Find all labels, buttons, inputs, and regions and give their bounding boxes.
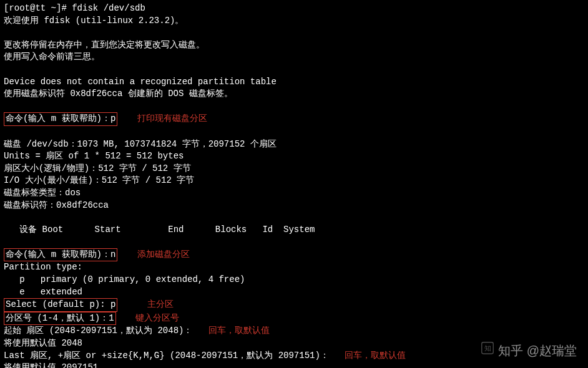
- device-warning: Device does not contain a recognized par…: [4, 76, 584, 89]
- command-n-line: 命令(输入 m 获取帮助)：n 添加磁盘分区: [4, 248, 584, 262]
- svg-text:知: 知: [484, 344, 491, 352]
- dos-label-line: 使用磁盘标识符 0x8df26cca 创建新的 DOS 磁盘标签。: [4, 88, 584, 100]
- partnum-line: 分区号 (1-4，默认 1)：1 键入分区号: [4, 312, 584, 326]
- disk-identifier: 磁盘标识符：0x8df26cca: [4, 200, 584, 212]
- annotation-enter-2: 回车，取默认值: [345, 351, 406, 361]
- sector-size: 扇区大小(逻辑/物理)：512 字节 / 512 字节: [4, 163, 584, 175]
- command-n-box: 命令(输入 m 获取帮助)：n: [4, 248, 117, 262]
- blank-line: [4, 100, 584, 113]
- disk-info: 磁盘 /dev/sdb：1073 MB, 1073741824 字节，20971…: [4, 138, 584, 151]
- zhihu-icon: 知: [481, 341, 494, 359]
- annotation-partnum: 键入分区号: [135, 313, 179, 323]
- command-p-line: 命令(输入 m 获取帮助)：p 打印现有磁盘分区: [4, 112, 584, 126]
- welcome-line: 欢迎使用 fdisk (util-linux 2.23.2)。: [4, 15, 584, 27]
- annotation-add: 添加磁盘分区: [137, 249, 190, 259]
- select-box: Select (default p): p: [4, 298, 117, 312]
- blank-line: [4, 126, 584, 138]
- partnum-box: 分区号 (1-4，默认 1)：1: [4, 312, 116, 326]
- partition-header: 设备 Boot Start End Blocks Id System: [4, 224, 584, 236]
- watermark-text: 知乎 @赵瑞堂: [498, 342, 577, 359]
- annotation-print: 打印现有磁盘分区: [137, 114, 207, 123]
- first-sector-line: 起始 扇区 (2048-2097151，默认为 2048)： 回车，取默认值: [4, 325, 584, 337]
- annotation-enter-1: 回车，取默认值: [208, 326, 270, 336]
- terminal-window[interactable]: [root@tt ~]# fdisk /dev/sdb 欢迎使用 fdisk (…: [0, 0, 588, 368]
- ptype-primary: p primary (0 primary, 0 extended, 4 free…: [4, 274, 584, 286]
- last-sector-text: Last 扇区, +扇区 or +size{K,M,G} (2048-20971…: [4, 351, 329, 361]
- label-type: 磁盘标签类型：dos: [4, 187, 584, 200]
- partition-type: Partition type:: [4, 261, 584, 274]
- ptype-extended: e extended: [4, 286, 584, 299]
- command-p-box: 命令(输入 m 获取帮助)：p: [4, 112, 117, 126]
- annotation-primary: 主分区: [147, 299, 174, 309]
- warning-line-1: 更改将停留在内存中，直到您决定将更改写入磁盘。: [4, 39, 584, 52]
- shell-prompt: [root@tt ~]#: [4, 3, 72, 13]
- units-line: Units = 扇区 of 1 * 512 = 512 bytes: [4, 150, 584, 163]
- first-sector-text: 起始 扇区 (2048-2097151，默认为 2048)：: [4, 326, 192, 336]
- io-size: I/O 大小(最小/最佳)：512 字节 / 512 字节: [4, 175, 584, 187]
- warning-line-2: 使用写入命令前请三思。: [4, 51, 584, 64]
- select-line: Select (default p): p 主分区: [4, 298, 584, 312]
- blank-line: [4, 236, 584, 248]
- blank-line: [4, 211, 584, 224]
- watermark: 知 知乎 @赵瑞堂: [481, 341, 577, 359]
- fdisk-command: fdisk /dev/sdb: [72, 3, 145, 13]
- prompt-line: [root@tt ~]# fdisk /dev/sdb: [4, 2, 584, 15]
- blank-line: [4, 64, 584, 76]
- use-default-2: 将使用默认值 2097151: [4, 362, 584, 368]
- blank-line: [4, 27, 584, 39]
